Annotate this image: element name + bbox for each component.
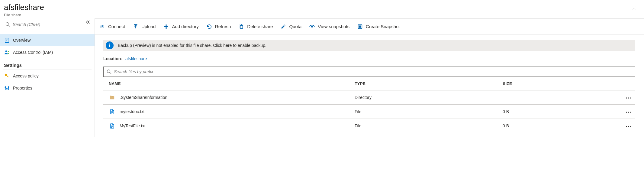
svg-rect-27 (359, 26, 361, 27)
collapse-sidebar-button[interactable] (84, 20, 92, 25)
page-title: afsfileshare (4, 3, 44, 12)
folder-icon (109, 94, 115, 101)
table-row[interactable]: mytestdoc.txtFile0 B (103, 105, 635, 119)
file-name: MyTestFile.txt (120, 123, 146, 128)
delete-share-button[interactable]: Delete share (238, 19, 273, 34)
row-menu-button[interactable] (568, 90, 635, 105)
blade-header: afsfileshare File share (0, 0, 644, 18)
search-icon (107, 69, 111, 74)
file-name: .SystemShareInformation (120, 95, 167, 100)
col-header-type[interactable]: TYPE (351, 77, 499, 90)
refresh-icon (206, 23, 213, 30)
sidebar-item-iam[interactable]: Access Control (IAM) (0, 46, 95, 58)
location-link[interactable]: afsfileshare (125, 56, 147, 61)
svg-point-7 (8, 51, 9, 52)
main-content: Connect Upload Add directory Refresh (95, 18, 644, 137)
table-row[interactable]: .SystemShareInformationDirectory (103, 90, 635, 105)
svg-point-13 (5, 87, 6, 88)
svg-point-32 (630, 97, 631, 98)
file-search[interactable] (103, 67, 635, 77)
svg-rect-2 (5, 38, 9, 42)
close-button[interactable] (629, 3, 639, 12)
svg-point-30 (626, 97, 627, 98)
sidebar-item-label: Properties (13, 86, 32, 90)
svg-point-37 (628, 112, 629, 113)
create-snapshot-button[interactable]: Create Snapshot (357, 19, 400, 34)
view-snapshots-button[interactable]: View snapshots (309, 19, 349, 34)
file-search-input[interactable] (114, 69, 632, 74)
connect-button[interactable]: Connect (99, 19, 125, 34)
svg-point-31 (628, 97, 629, 98)
toolbar: Connect Upload Add directory Refresh (95, 19, 644, 34)
add-directory-button[interactable]: Add directory (163, 19, 198, 34)
file-type: Directory (351, 90, 499, 105)
sidebar: Overview Access Control (IAM) Settings A… (0, 18, 95, 137)
info-bar-text: Backup (Preview) is not enabled for this… (118, 43, 266, 48)
sidebar-item-label: Access Control (IAM) (13, 50, 53, 55)
svg-point-38 (630, 112, 631, 113)
sidebar-search-input[interactable] (13, 22, 79, 27)
col-header-name[interactable]: NAME (103, 77, 351, 90)
svg-rect-9 (6, 75, 8, 77)
file-table: NAME TYPE SIZE .SystemShareInformationDi… (103, 77, 635, 133)
upload-icon (132, 23, 139, 30)
svg-line-1 (9, 25, 10, 27)
refresh-button[interactable]: Refresh (206, 19, 231, 34)
trash-icon (238, 23, 245, 30)
info-icon: i (106, 41, 114, 49)
page-subtitle: File share (4, 13, 44, 17)
search-icon (5, 22, 10, 27)
connect-icon (99, 23, 106, 30)
people-icon (4, 49, 10, 55)
sidebar-item-properties[interactable]: Properties (0, 82, 95, 94)
svg-line-29 (110, 73, 111, 74)
file-type: File (351, 119, 499, 133)
location-row: Location: afsfileshare (103, 56, 635, 61)
svg-point-15 (8, 87, 9, 88)
sidebar-group-settings: Settings (0, 58, 95, 70)
svg-point-36 (626, 112, 627, 113)
file-icon (109, 123, 115, 129)
file-type: File (351, 105, 499, 119)
table-row[interactable]: MyTestFile.txtFile0 B (103, 119, 635, 133)
svg-point-25 (311, 26, 313, 27)
sidebar-search[interactable] (3, 20, 81, 29)
sidebar-item-access-policy[interactable]: Access policy (0, 70, 95, 82)
svg-point-6 (5, 51, 7, 52)
edit-icon (280, 23, 287, 30)
sidebar-item-label: Access policy (13, 74, 39, 78)
file-icon (109, 108, 115, 115)
eye-icon (309, 23, 315, 30)
row-menu-button[interactable] (568, 119, 635, 133)
svg-point-42 (626, 126, 627, 127)
chevron-double-left-icon (85, 20, 90, 25)
quota-button[interactable]: Quota (280, 19, 301, 34)
svg-point-14 (7, 88, 8, 89)
sliders-icon (4, 85, 10, 91)
close-icon (632, 5, 636, 10)
svg-point-0 (6, 23, 9, 26)
location-label: Location: (103, 56, 122, 61)
file-name: mytestdoc.txt (120, 109, 144, 114)
file-size (499, 90, 568, 105)
row-menu-button[interactable] (568, 105, 635, 119)
snapshot-icon (357, 23, 363, 30)
upload-button[interactable]: Upload (132, 19, 156, 34)
info-bar-backup[interactable]: i Backup (Preview) is not enabled for th… (103, 40, 635, 51)
svg-point-43 (628, 126, 629, 127)
overview-icon (4, 37, 10, 43)
key-icon (4, 73, 10, 79)
file-size: 0 B (499, 105, 568, 119)
svg-point-44 (630, 126, 631, 127)
svg-point-28 (107, 70, 110, 73)
sidebar-item-label: Overview (13, 38, 31, 43)
svg-rect-20 (240, 25, 243, 28)
file-size: 0 B (499, 119, 568, 133)
col-header-size[interactable]: SIZE (499, 77, 635, 90)
sidebar-item-overview[interactable]: Overview (0, 34, 95, 46)
plus-icon (163, 23, 169, 30)
